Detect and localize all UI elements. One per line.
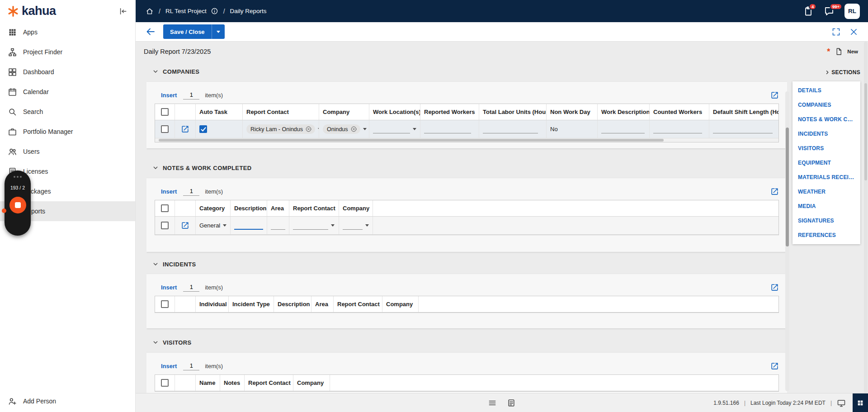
section-link-materials[interactable]: MATERIALS RECEIVED [793,170,860,185]
total-labor-units-field[interactable] [483,125,538,133]
section-link-visitors[interactable]: VISITORS [793,141,860,156]
company-dropdown[interactable]: Onindus [319,120,369,138]
fullscreen-icon[interactable] [831,27,841,37]
section-link-weather[interactable]: WEATHER [793,185,860,199]
messages-button[interactable]: 99+ [824,6,835,17]
content-scrollbar-thumb[interactable] [786,128,789,246]
user-avatar[interactable]: RL [844,4,860,19]
sidebar-item-users[interactable]: Users [0,142,135,161]
insert-suffix: item(s) [205,363,223,369]
section-link-companies[interactable]: COMPANIES [793,98,860,112]
insert-count-input[interactable] [183,361,199,370]
report-contact-dropdown[interactable]: Ricky Lam - Onindus [243,120,319,138]
tasks-button[interactable]: 4 [803,6,814,17]
open-grid-icon[interactable] [770,187,779,196]
add-person-button[interactable]: Add Person [0,391,135,411]
work-description-field[interactable] [601,125,645,133]
save-close-button[interactable]: Save / Close [163,24,225,39]
sidebar-item-search[interactable]: Search [0,102,135,122]
insert-count-input[interactable] [183,187,199,196]
section-link-incidents[interactable]: INCIDENTS [793,127,860,141]
remove-chip-icon[interactable] [305,126,312,133]
non-work-day-value[interactable]: No [550,126,558,133]
sidebar-item-dashboard[interactable]: Dashboard [0,62,135,82]
notes-header-row: Category Description Area Report Contact… [155,200,778,217]
sidebar-item-apps[interactable]: Apps [0,22,135,42]
sections-panel-toggle[interactable]: SECTIONS [793,67,860,78]
breadcrumb-page[interactable]: Daily Reports [230,8,267,14]
section-link-equipment[interactable]: EQUIPMENT [793,156,860,170]
insert-link[interactable]: Insert [161,284,177,291]
incidents-header-row: Individual Incident Type Description Are… [155,296,778,313]
area-field[interactable] [271,222,285,230]
remove-chip-icon[interactable] [350,126,357,133]
close-icon[interactable] [849,27,859,37]
section-link-details[interactable]: DETAILS [793,83,860,98]
select-all-checkbox[interactable] [161,300,169,308]
select-all-checkbox[interactable] [161,108,169,116]
insert-link[interactable]: Insert [161,363,177,369]
recorder-drag-handle[interactable] [14,176,22,178]
description-field[interactable] [234,222,263,230]
company-dropdown[interactable] [339,217,373,234]
recorder-stop-button[interactable] [9,197,26,213]
windows-app-tile[interactable] [853,393,868,412]
counted-workers-field[interactable] [653,125,702,133]
page-scrollbar[interactable] [864,42,868,393]
column-header: Report Contact [245,375,293,391]
row-checkbox[interactable] [161,125,169,133]
section-header-companies[interactable]: COMPANIES [146,65,787,78]
section-title: COMPANIES [163,68,199,75]
section-link-media[interactable]: MEDIA [793,199,860,213]
page-scrollbar-thumb[interactable] [864,83,867,180]
document-log-icon[interactable] [507,398,516,407]
row-checkbox[interactable] [161,222,169,229]
sidebar-item-project-finder[interactable]: Project Finder [0,42,135,62]
category-dropdown[interactable]: General [196,217,231,234]
save-close-dropdown[interactable] [212,31,225,33]
default-shift-length-field[interactable] [713,125,773,133]
column-header: Default Shift Length (Hours) [709,104,779,120]
home-icon[interactable] [146,7,154,15]
horizontal-scrollbar-thumb[interactable] [159,139,664,142]
section-header-visitors[interactable]: VISITORS [146,336,787,349]
open-grid-icon[interactable] [770,91,779,99]
chevron-right-icon [824,69,830,76]
insert-count-input[interactable] [183,90,199,99]
menu-icon[interactable] [488,398,497,407]
content-scrollbar[interactable] [785,91,789,391]
auto-task-checkbox[interactable] [199,125,207,133]
section-link-notes[interactable]: NOTES & WORK COMPLETED [793,112,860,127]
section-link-signatures[interactable]: SIGNATURES [793,213,860,228]
insert-link[interactable]: Insert [161,92,177,99]
notes-card: Insert item(s) Category [146,178,787,252]
screen-recorder-widget[interactable]: 193 / 2 [5,170,31,236]
select-all-checkbox[interactable] [161,379,169,387]
open-record-icon[interactable] [181,221,189,230]
breadcrumb-project[interactable]: RL Test Project [165,8,207,14]
reported-workers-field[interactable] [424,125,471,133]
select-all-checkbox[interactable] [161,204,169,212]
info-icon[interactable] [211,7,218,15]
column-header: Name [196,375,220,391]
work-locations-dropdown[interactable] [369,120,420,138]
report-contact-chip[interactable]: Ricky Lam - Onindus [246,124,315,134]
sidebar-item-calendar[interactable]: Calendar [0,82,135,102]
section-header-notes[interactable]: NOTES & WORK COMPLETED [146,161,787,175]
kahua-logo-icon [7,5,19,17]
open-grid-icon[interactable] [770,362,779,370]
collapse-sidebar-icon[interactable] [118,7,127,16]
insert-count-input[interactable] [183,283,199,292]
insert-link[interactable]: Insert [161,188,177,195]
open-grid-icon[interactable] [770,283,779,292]
kahua-logo[interactable]: kahua [7,4,56,18]
section-header-incidents[interactable]: INCIDENTS [146,257,787,271]
sidebar-item-portfolio-manager[interactable]: Portfolio Manager [0,122,135,142]
app-version: 1.9.51.166 [713,400,739,406]
report-contact-dropdown[interactable] [289,217,339,234]
screen-share-icon[interactable] [837,398,846,407]
open-record-icon[interactable] [181,125,189,133]
company-chip[interactable]: Onindus [323,124,360,134]
back-arrow-icon[interactable] [145,26,156,37]
section-link-references[interactable]: REFERENCES [793,228,860,242]
